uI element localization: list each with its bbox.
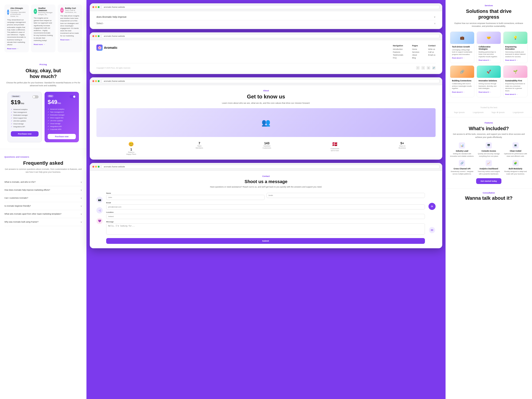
feature-name-2: Console Access [477, 150, 501, 152]
features-subtitle: Get access to all the tools, resources, … [450, 133, 528, 139]
faq-section-label: Questions and Answers [4, 156, 82, 158]
stat-team-value: 7 [196, 141, 203, 145]
feature-item-6: 🧩 Built Modularly Flexibly designed to a… [503, 160, 528, 175]
read-more-1[interactable]: Read more → [7, 48, 26, 50]
social-icon-tw[interactable]: t [421, 66, 425, 70]
footer-link-intro[interactable]: Introduction [393, 48, 403, 50]
aromatic-logo-icon: 🌸 [96, 44, 103, 51]
testimonial-card-1: A Alex Dimagio Operational Campaign Spec… [4, 4, 29, 52]
pricing-cards: Standard $19/mo ✓ Advanced analytics ✓ T… [4, 92, 82, 142]
plan-period-standard: /mo [20, 102, 24, 105]
service-read-more-1[interactable]: Read about it → [452, 57, 472, 59]
user-info-1: A Alex Dimagio Operational Campaign Spec… [7, 7, 26, 17]
footer-link-testimonials[interactable]: Testimonials [393, 54, 403, 56]
purchase-now-standard[interactable]: Purchase now [11, 131, 38, 137]
footer-link-services[interactable]: Services [412, 51, 419, 53]
dot-red-footer[interactable] [92, 35, 94, 37]
contact-url-bar[interactable]: aromatic.framer.website [101, 165, 440, 169]
footer-link-faq[interactable]: FAQ [393, 57, 403, 59]
dot-yellow-contact[interactable] [95, 166, 97, 168]
faq-window-chevron[interactable]: ∨ [434, 16, 436, 18]
faq-item-6[interactable]: Why was Aromatic built using Framer? ∨ [4, 218, 82, 226]
service-card-6: 🌱 Sustainability First Empowering busine… [503, 65, 528, 97]
service-read-more-4[interactable]: Read about it → [452, 91, 472, 93]
social-icon-fb[interactable]: f [416, 66, 420, 70]
aromatic-header: 🌸 Aromatic [96, 44, 384, 51]
testimonial-cards: A Alex Dimagio Operational Campaign Spec… [4, 4, 82, 52]
about-url-bar[interactable]: aromatic.framer.website [101, 79, 440, 83]
dot-green-footer[interactable] [98, 35, 100, 37]
testimonial-card-3: B Bobby Curt Team Lead at Northstone, In… [58, 4, 82, 52]
feature-desc-4: Seamlessly connect - integrate across mu… [450, 171, 474, 175]
service-card-body-6: Sustainability First Empowering business… [503, 78, 527, 97]
dot-yellow-about[interactable] [95, 80, 97, 82]
submit-button[interactable]: Submit [106, 238, 425, 244]
dot-red-about[interactable] [92, 80, 94, 82]
email-input[interactable] [106, 204, 425, 209]
stat-happy-place: 😊 1 Rated aHappy Place [126, 141, 136, 155]
social-icon-link[interactable]: 🔗 [432, 66, 436, 70]
dot-yellow[interactable] [95, 6, 97, 8]
social-icon-li[interactable]: in [427, 66, 430, 70]
faq-item-5[interactable]: What sets Aromatic apart from other SaaS… [4, 210, 82, 218]
dot-green-about[interactable] [98, 80, 100, 82]
name-label: Name [106, 192, 265, 194]
left-column: A Alex Dimagio Operational Campaign Spec… [0, 0, 86, 399]
service-img-2: 🤝 [477, 32, 501, 44]
dot-red[interactable] [92, 6, 94, 8]
footer-link-blog[interactable]: Blog [412, 57, 419, 59]
footer-link-features[interactable]: Features [393, 51, 403, 53]
stat-happy-icon: 😊 [126, 141, 136, 147]
faq-item-1[interactable]: What is Aromatic, and who is it for? ∨ [4, 178, 82, 186]
service-read-more-6[interactable]: Read about it → [505, 93, 526, 95]
footer-link-about[interactable]: About [412, 54, 419, 56]
footer-link-writeus[interactable]: Write us [428, 48, 436, 50]
dot-green[interactable] [98, 6, 100, 8]
read-more-3[interactable]: Read more → [60, 39, 79, 41]
faq-title: Frequently asked [4, 160, 82, 166]
footer-link-home[interactable]: Home [412, 48, 419, 50]
footer-link-emailus[interactable]: Email us [428, 54, 436, 56]
toggle-standard[interactable] [32, 95, 38, 98]
service-read-more-2[interactable]: Read about it → [479, 59, 499, 61]
faq-question-5: What sets Aromatic apart from other SaaS… [4, 213, 61, 215]
service-read-more-3[interactable]: Read about it → [505, 59, 526, 61]
dot-yellow-footer[interactable] [95, 35, 97, 37]
message-input[interactable] [106, 223, 425, 234]
purchase-now-pro[interactable]: Purchase now [48, 134, 76, 139]
features-label: Features [450, 122, 528, 124]
get-started-button[interactable]: Get started today [476, 178, 501, 184]
contact-send-icon[interactable]: ✈ [429, 203, 436, 210]
read-more-2[interactable]: Read more → [34, 44, 53, 45]
faq-url-bar[interactable]: aromatic.framer.website [101, 5, 440, 9]
toggle-pro[interactable] [70, 95, 76, 98]
user-role-1: Operational Campaign Specialist at Restr… [10, 9, 26, 17]
service-card-title-4: Building Connections [452, 80, 472, 82]
footer-url-bar[interactable]: aromatic.framer.website [101, 34, 440, 38]
service-card-body-4: Building Connections Collaborating with … [450, 78, 474, 95]
feature-item: ✓ Dedicated manager [11, 114, 38, 117]
service-read-more-5[interactable]: Read about it → [479, 91, 499, 93]
browser-dots-footer [92, 35, 100, 37]
faq-item-2[interactable]: How does Aromatic help improve marketing… [4, 186, 82, 194]
feature-desc-5: Track key metrics and insights with a po… [477, 171, 501, 175]
faq-select-arrow[interactable]: ∨ [434, 22, 436, 25]
faq-item-3[interactable]: Can I customize Aromatic? ∨ [4, 194, 82, 202]
name-input[interactable] [106, 195, 265, 200]
user-info-3: B Bobby Curt Team Lead at Northstone, In… [60, 7, 79, 13]
footer-link-callus[interactable]: Call us [428, 51, 436, 53]
contact-form: Name Email [106, 192, 425, 244]
dot-red-contact[interactable] [92, 166, 94, 168]
form-message-field: Message [106, 221, 425, 234]
lastname-input[interactable] [266, 193, 425, 198]
feature-item: ✓ Direct support line [48, 116, 76, 119]
contact-browser-bar: aromatic.framer.website [90, 163, 442, 171]
features-section: Features What's included? Get access to … [446, 117, 532, 188]
location-input[interactable] [106, 214, 425, 219]
feature-item-1: 📊 Industry Lead Setting the standard wit… [450, 142, 474, 157]
service-card-text-1: Leveraging cutting-edge tools to support… [452, 49, 472, 56]
contact-icon-heart: 💜 [96, 218, 103, 224]
dot-green-contact[interactable] [98, 166, 100, 168]
stat-years: 5+ Years inBusiness [399, 141, 406, 155]
faq-item-4[interactable]: Is Aromatic beginner-friendly? ∨ [4, 202, 82, 210]
